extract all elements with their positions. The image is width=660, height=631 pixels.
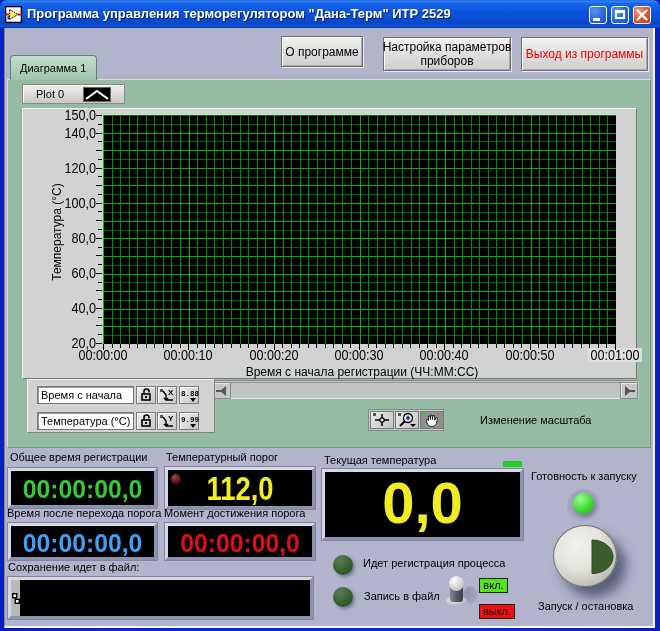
svg-text:8.88: 8.88 <box>181 390 200 398</box>
svg-text:9.99: 9.99 <box>181 416 200 424</box>
svg-text:X: X <box>168 388 174 397</box>
svg-text:Y: Y <box>168 414 174 423</box>
